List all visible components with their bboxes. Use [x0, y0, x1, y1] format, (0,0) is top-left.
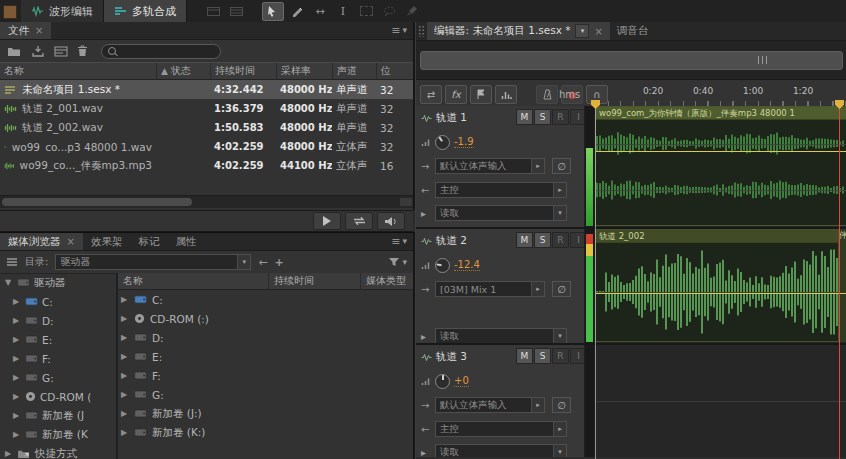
tree-item-drive[interactable]: ▶ 新加卷 (K	[0, 425, 116, 444]
volume-knob[interactable]	[435, 374, 450, 389]
expand-icon[interactable]: ▶	[121, 314, 129, 323]
media-browser-panel-menu[interactable]: ≡ ▾	[385, 233, 413, 250]
search-input[interactable]	[120, 45, 214, 58]
list-item[interactable]: ▶D:	[118, 328, 413, 347]
col-duration[interactable]: 持续时间	[268, 273, 360, 289]
expand-icon[interactable]: ▶	[13, 411, 21, 420]
tab-properties[interactable]: 属性	[167, 233, 204, 250]
waveform-view-icon[interactable]	[203, 3, 223, 20]
filter-icon[interactable]: ▾	[388, 257, 407, 267]
expand-icon[interactable]: ▶	[13, 316, 21, 325]
close-icon[interactable]: ×	[67, 236, 75, 247]
expand-icon[interactable]: ▶	[13, 392, 21, 401]
panel-grip[interactable]	[418, 25, 425, 37]
track-3-lane[interactable]	[595, 345, 846, 457]
automation-mode-select[interactable]: 读取 ▾	[435, 328, 567, 343]
auto-play-button[interactable]	[377, 212, 405, 230]
multitrack-view-icon[interactable]	[226, 3, 246, 20]
input-monitor-button[interactable]: I	[570, 348, 585, 364]
metering-bars-icon[interactable]	[495, 85, 517, 104]
col-duration[interactable]: 持续时间	[210, 63, 276, 79]
input-select[interactable]: 默认立体声输入 ▸	[435, 397, 545, 413]
time-selection-tool-icon[interactable]: I	[333, 3, 353, 20]
tab-editor[interactable]: 编辑器: 未命名项目 1.sesx * ▾ ×	[427, 22, 610, 40]
navigator-grip[interactable]	[758, 56, 769, 64]
directory-dropdown[interactable]: 驱动器 ▾	[55, 254, 251, 270]
tab-markers[interactable]: 标记	[130, 233, 167, 250]
tree-item-drives-root[interactable]: ▼ 驱动器	[0, 273, 116, 292]
close-icon[interactable]: ×	[35, 25, 43, 36]
list-item[interactable]: ▶F:	[118, 366, 413, 385]
tab-media-browser[interactable]: 媒体浏览器 ×	[0, 233, 83, 250]
trash-icon[interactable]	[77, 45, 88, 57]
record-arm-button[interactable]: R	[552, 109, 569, 125]
mute-button[interactable]: M	[516, 348, 533, 364]
list-item[interactable]: ▶新加卷 (J:)	[118, 404, 413, 423]
file-row[interactable]: wo99_co..._伴奏mp3.mp3 4:02.259 44100 Hz 立…	[0, 156, 413, 175]
marquee-tool-icon[interactable]	[356, 3, 376, 20]
tree-item-drive[interactable]: ▶ 新加卷 (J	[0, 406, 116, 425]
solo-button[interactable]: S	[534, 232, 551, 248]
volume-envelope[interactable]	[596, 293, 846, 294]
expand-icon[interactable]: ▶	[121, 428, 129, 437]
expand-icon[interactable]: ▶	[121, 352, 129, 361]
tab-mixer[interactable]: 调音台	[610, 22, 656, 40]
audio-clip[interactable]: wo99_com_为你钟情（原版）_伴奏mp3 48000 1	[595, 106, 846, 226]
tree-item-drive[interactable]: ▶ C:	[0, 292, 116, 311]
slip-tool-icon[interactable]: ↔	[310, 3, 330, 20]
phase-invert-button[interactable]: ∅	[552, 158, 571, 174]
automation-mode-select[interactable]: 读取 ▾	[435, 444, 567, 457]
file-row[interactable]: 轨道 2_002.wav 1:50.583 48000 Hz 单声道 32	[0, 118, 413, 137]
volume-envelope[interactable]	[596, 151, 846, 152]
move-tool-icon[interactable]	[262, 2, 284, 21]
input-monitor-button[interactable]: I	[570, 109, 585, 125]
ruler-unit-label[interactable]: hms	[559, 89, 580, 100]
list-item[interactable]: ▶CD-ROM (:)	[118, 309, 413, 328]
list-view-icon[interactable]	[6, 257, 18, 267]
col-channels[interactable]: 声道	[332, 63, 376, 79]
back-icon[interactable]: ←	[258, 256, 267, 269]
expand-icon[interactable]: ▶	[121, 333, 129, 342]
insert-into-multitrack-icon[interactable]	[54, 46, 68, 57]
output-select[interactable]: 主控 ▸	[435, 182, 567, 198]
record-arm-button[interactable]: R	[552, 348, 569, 364]
open-file-icon[interactable]	[7, 46, 22, 57]
list-item[interactable]: ▶E:	[118, 347, 413, 366]
razor-tool-icon[interactable]	[287, 3, 307, 20]
phase-invert-button[interactable]: ∅	[552, 281, 571, 297]
tab-multitrack[interactable]: 多轨合成	[104, 0, 187, 22]
search-box[interactable]	[101, 44, 221, 59]
loop-playback-button[interactable]	[345, 212, 373, 230]
track-2-lane[interactable]: 轨道 2_002 伴	[595, 229, 846, 343]
list-item[interactable]: ▶新加卷 (K:)	[118, 423, 413, 442]
files-horizontal-scrollbar[interactable]	[0, 195, 413, 208]
editor-dropdown-icon[interactable]: ▾	[575, 24, 589, 38]
marker-flag-icon[interactable]	[470, 85, 492, 104]
navigator-range-bar[interactable]	[420, 51, 843, 70]
tab-effects-rack[interactable]: 效果架	[83, 233, 131, 250]
phase-invert-button[interactable]: ∅	[552, 397, 571, 413]
file-row[interactable]: wo99_co...p3 48000 1.wav 4:02.259 48000 …	[0, 137, 413, 156]
expand-icon[interactable]: ▶	[13, 354, 21, 363]
scrollbar-thumb[interactable]	[2, 198, 192, 206]
expand-icon[interactable]: ▶	[121, 409, 129, 418]
solo-button[interactable]: S	[534, 348, 551, 364]
input-monitor-button[interactable]: I	[570, 232, 585, 248]
col-sample-rate[interactable]: 采样率	[276, 63, 332, 79]
metronome-icon[interactable]	[536, 85, 558, 104]
collapse-icon[interactable]: ▼	[5, 278, 13, 287]
file-row[interactable]: 轨道 2_001.wav 1:36.379 48000 Hz 单声道 32	[0, 99, 413, 118]
tree-item-drive[interactable]: ▶ F:	[0, 349, 116, 368]
files-panel-menu[interactable]: ≡ ▾	[385, 22, 413, 39]
expand-icon[interactable]: ▶	[13, 430, 21, 439]
list-item[interactable]: ▶C:	[118, 290, 413, 309]
expand-icon[interactable]: ▶	[121, 295, 129, 304]
lasso-tool-icon[interactable]	[379, 3, 399, 20]
paintbrush-tool-icon[interactable]	[402, 3, 422, 20]
list-item[interactable]: ▶G:	[118, 385, 413, 404]
track-name[interactable]: 轨道 2	[436, 234, 467, 248]
tree-item-drive[interactable]: ▶ E:	[0, 330, 116, 349]
track-1-lane[interactable]: wo99_com_为你钟情（原版）_伴奏mp3 48000 1	[595, 106, 846, 227]
volume-value[interactable]: +0	[454, 375, 469, 387]
fx-icon[interactable]: fx	[445, 85, 467, 104]
